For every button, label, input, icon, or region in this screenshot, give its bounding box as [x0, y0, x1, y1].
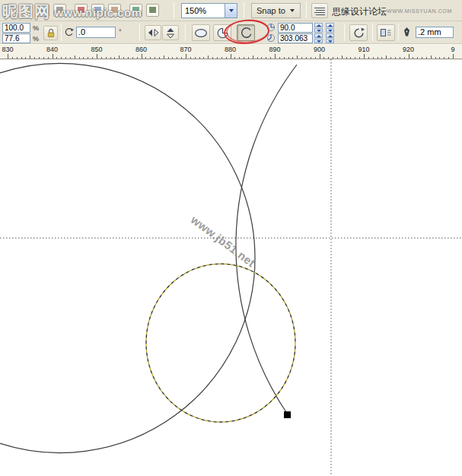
arc-button[interactable]: [237, 24, 255, 41]
degree-sign: °: [119, 28, 122, 36]
ruler-minor-tick: [328, 57, 329, 59]
large-arc-right[interactable]: [236, 65, 297, 417]
drawing-canvas[interactable]: www.jb51.net: [0, 59, 462, 476]
ruler-minor-tick: [221, 57, 222, 59]
ruler-major-tick: [97, 54, 97, 59]
zoom-level-combo[interactable]: 150%: [181, 3, 237, 18]
separator: [398, 24, 399, 41]
ruler-minor-tick: [311, 57, 311, 59]
scale-x-field[interactable]: 100.0: [2, 23, 30, 33]
end-angle-field[interactable]: 303.063: [278, 33, 313, 43]
rotation-angle-field[interactable]: .0: [76, 27, 116, 38]
arc-direction-button[interactable]: [349, 24, 368, 41]
ruler-label: 870: [180, 46, 191, 53]
ruler-minor-tick: [56, 57, 57, 59]
undo-icon[interactable]: [129, 4, 142, 17]
pie-button[interactable]: [213, 24, 231, 41]
separator: [139, 24, 140, 41]
ruler-minor-tick: [386, 56, 387, 59]
curve-node-handle[interactable]: [284, 411, 291, 418]
end-angle-spinner[interactable]: [314, 33, 323, 43]
ruler-minor-tick: [203, 57, 204, 59]
zoom-dropdown-arrow[interactable]: [225, 4, 237, 17]
zoom-level-value: 150%: [182, 4, 225, 17]
standard-toolbar: 150% Snap to 思缘设计论坛 WWW.MISSYUAN.COM: [0, 0, 462, 21]
ruler-major-tick: [53, 54, 53, 59]
ruler-minor-tick: [297, 56, 298, 59]
circular-arrow-icon: [352, 27, 365, 39]
ruler-minor-tick: [284, 57, 285, 59]
ruler-minor-tick: [217, 57, 218, 59]
ruler-minor-tick: [395, 57, 396, 59]
ruler-major-tick: [409, 54, 409, 59]
ruler-minor-tick: [159, 57, 160, 59]
mirror-vertical-button[interactable]: [162, 25, 179, 40]
separator: [244, 2, 244, 18]
ruler-minor-tick: [25, 57, 26, 59]
wrap-text-button[interactable]: [377, 24, 395, 41]
property-bar: 100.0 % 77.6 % .0 °: [0, 21, 462, 44]
ruler-minor-tick: [39, 57, 40, 59]
cut-icon[interactable]: [75, 4, 88, 17]
scale-y-field[interactable]: 77.6: [2, 33, 30, 43]
selected-ellipse[interactable]: [146, 264, 295, 422]
start-angle-field[interactable]: 90.0: [278, 23, 313, 33]
import-icon[interactable]: [146, 4, 159, 17]
snap-to-dropdown[interactable]: Snap to: [251, 3, 301, 18]
ruler-minor-tick: [75, 56, 75, 59]
ruler-minor-tick: [70, 57, 71, 59]
ruler-minor-tick: [21, 57, 22, 59]
snap-to-label: Snap to: [256, 6, 285, 15]
large-arc-left[interactable]: [0, 64, 255, 453]
ellipse-button[interactable]: [192, 24, 210, 41]
ruler-minor-tick: [234, 57, 235, 59]
ruler-minor-tick: [212, 57, 213, 59]
ruler-minor-tick: [448, 57, 449, 59]
ruler-label: 840: [46, 46, 58, 53]
ruler-major-tick: [453, 54, 454, 59]
ruler-minor-tick: [417, 57, 418, 59]
ruler-minor-tick: [292, 57, 293, 59]
open-icon[interactable]: [20, 4, 33, 17]
ruler-minor-tick: [359, 57, 360, 59]
start-angle-spinner-alt[interactable]: [326, 23, 334, 33]
separator: [344, 24, 345, 41]
start-angle-spinner[interactable]: [314, 23, 323, 33]
end-angle-spinner-alt[interactable]: [326, 33, 334, 43]
ruler-minor-tick: [12, 57, 13, 59]
options-button[interactable]: [311, 3, 328, 18]
ruler-minor-tick: [315, 57, 316, 59]
ruler-minor-tick: [106, 57, 107, 59]
end-angle-icon: [266, 33, 276, 43]
padlock-icon: [46, 28, 56, 38]
paste-icon[interactable]: [108, 4, 121, 17]
mirror-vertical-icon: [166, 27, 175, 39]
ruler-minor-tick: [390, 57, 391, 59]
dropdown-arrow-icon: [290, 9, 295, 12]
ruler-minor-tick: [270, 57, 271, 59]
ruler-minor-tick: [381, 57, 382, 59]
ruler-label: 910: [358, 46, 369, 53]
lock-ratio-button[interactable]: [43, 26, 58, 40]
print-icon[interactable]: [53, 4, 66, 17]
ruler-minor-tick: [431, 56, 432, 59]
ruler-minor-tick: [266, 57, 266, 59]
ruler-label: 900: [314, 46, 325, 53]
separator: [372, 24, 373, 41]
horizontal-ruler[interactable]: 8308408508608708808909009109209: [0, 44, 462, 59]
ruler-minor-tick: [323, 57, 324, 59]
separator: [61, 24, 62, 41]
ruler-minor-tick: [368, 57, 369, 59]
ruler-minor-tick: [17, 57, 18, 59]
ruler-label: 880: [225, 46, 236, 53]
mirror-horizontal-button[interactable]: [145, 25, 161, 40]
copy-icon[interactable]: [91, 4, 104, 17]
ruler-minor-tick: [350, 57, 351, 59]
ruler-minor-tick: [355, 57, 355, 59]
new-document-icon[interactable]: [3, 4, 16, 17]
ruler-major-tick: [8, 54, 8, 59]
outline-width-field[interactable]: .2 mm: [416, 27, 454, 38]
ruler-major-tick: [231, 54, 231, 59]
dropdown-arrow-icon: [229, 9, 234, 12]
save-icon[interactable]: [37, 4, 49, 17]
